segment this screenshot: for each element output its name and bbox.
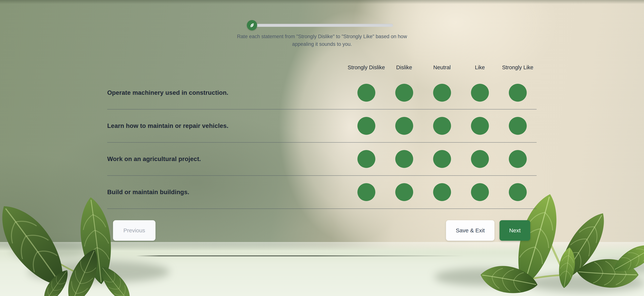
progress-track	[252, 24, 393, 27]
rating-circle-2-dislike[interactable]	[395, 117, 413, 135]
rating-scale-header: Strongly Dislike Dislike Neutral Like St…	[107, 58, 536, 76]
rating-circle-4-neutral[interactable]	[433, 183, 451, 201]
progress-thumb	[247, 20, 257, 30]
scale-label-like: Like	[461, 63, 499, 72]
rating-circle-3-strongly-dislike[interactable]	[358, 150, 375, 168]
rating-circle-3-like[interactable]	[471, 150, 489, 168]
rating-circle-4-strongly-dislike[interactable]	[358, 183, 375, 201]
survey-page: Rate each statement from "Strongly Disli…	[0, 0, 644, 296]
statement-row: Build or maintain buildings.	[107, 176, 536, 209]
statement-row: Work on an agricultural project.	[107, 143, 536, 176]
rating-circle-4-like[interactable]	[471, 183, 489, 201]
progress-bar	[247, 20, 398, 31]
rating-circle-3-strongly-like[interactable]	[509, 150, 527, 168]
statement-text: Work on an agricultural project.	[107, 155, 347, 162]
scale-label-dislike: Dislike	[385, 63, 423, 72]
scale-label-strongly-like: Strongly Like	[499, 63, 536, 72]
statement-text: Operate machinery used in construction.	[107, 89, 347, 96]
statement-row: Learn how to maintain or repair vehicles…	[107, 110, 536, 143]
rating-circle-1-neutral[interactable]	[433, 84, 451, 102]
instruction-text: Rate each statement from "Strongly Disli…	[226, 33, 418, 48]
survey-content: Rate each statement from "Strongly Disli…	[0, 0, 644, 296]
next-button[interactable]: Next	[500, 220, 530, 241]
rating-circle-3-neutral[interactable]	[433, 150, 451, 168]
rating-circle-1-strongly-like[interactable]	[509, 84, 527, 102]
rating-circle-1-dislike[interactable]	[395, 84, 413, 102]
leaf-icon	[249, 22, 255, 28]
statement-text: Learn how to maintain or repair vehicles…	[107, 122, 347, 129]
previous-button[interactable]: Previous	[113, 220, 156, 241]
save-and-exit-button[interactable]: Save & Exit	[446, 220, 494, 241]
rating-circle-2-strongly-like[interactable]	[509, 117, 527, 135]
statements-list: Operate machinery used in construction. …	[107, 76, 536, 209]
rating-circle-1-like[interactable]	[471, 84, 489, 102]
rating-circle-1-strongly-dislike[interactable]	[358, 84, 375, 102]
rating-circle-3-dislike[interactable]	[395, 150, 413, 168]
rating-circle-2-like[interactable]	[471, 117, 489, 135]
statement-text: Build or maintain buildings.	[107, 189, 347, 196]
scale-label-neutral: Neutral	[423, 63, 461, 72]
rating-circle-4-strongly-like[interactable]	[509, 183, 527, 201]
scale-label-strongly-dislike: Strongly Dislike	[347, 63, 385, 72]
rating-circle-2-neutral[interactable]	[433, 117, 451, 135]
statement-row: Operate machinery used in construction.	[107, 76, 536, 110]
rating-circle-4-dislike[interactable]	[395, 183, 413, 201]
rating-circle-2-strongly-dislike[interactable]	[358, 117, 375, 135]
